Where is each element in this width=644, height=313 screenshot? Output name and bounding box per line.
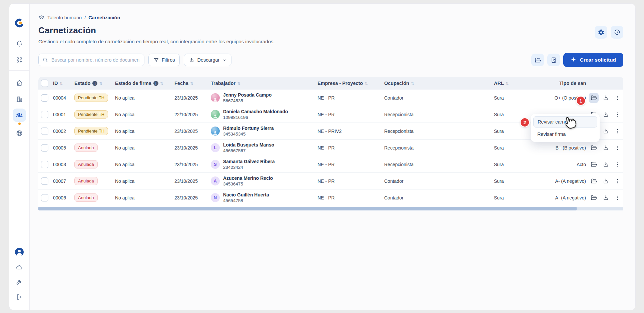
worker-name[interactable]: Rómulo Fortuny Sierra: [223, 126, 274, 131]
row-folder-button[interactable]: [589, 93, 599, 103]
avatar: [211, 93, 220, 102]
history-button[interactable]: [611, 26, 623, 39]
status-badge: Anulada: [74, 144, 98, 152]
scrollbar-thumb[interactable]: [38, 207, 577, 210]
cell-firma: No aplica: [115, 129, 174, 134]
row-menu-button[interactable]: [613, 176, 623, 186]
cell-ocupacion: Recepcionista: [384, 162, 494, 167]
worker-name[interactable]: Samanta Gálvez Ribera: [223, 159, 275, 164]
cell-id: 00002: [53, 129, 74, 134]
row-download-button[interactable]: [601, 193, 611, 203]
row-download-button[interactable]: [601, 126, 611, 136]
info-icon[interactable]: [92, 81, 97, 86]
row-checkbox[interactable]: [41, 194, 48, 201]
globe-icon[interactable]: [16, 130, 23, 137]
breadcrumb-current[interactable]: Carnetización: [88, 15, 120, 20]
row-folder-button[interactable]: [589, 159, 599, 169]
row-checkbox[interactable]: [41, 177, 48, 185]
cell-ocupacion: Recepcionista: [384, 112, 494, 117]
row-folder-button[interactable]: [589, 193, 599, 203]
sort-icon[interactable]: [365, 81, 368, 86]
apps-plus-icon[interactable]: [16, 56, 23, 64]
avatar: N: [211, 193, 220, 202]
sort-icon[interactable]: [160, 81, 163, 86]
notifications-bell-icon[interactable]: [16, 40, 23, 47]
row-menu-button[interactable]: [613, 143, 623, 153]
app-logo[interactable]: [15, 18, 24, 28]
table-row[interactable]: 00003AnuladaNo aplica23/10/2025SSamanta …: [38, 156, 623, 172]
sort-icon[interactable]: [190, 81, 193, 86]
select-all-checkbox[interactable]: [41, 80, 48, 87]
table-row[interactable]: 00006AnuladaNo aplica23/10/2025NNacio Gu…: [38, 189, 623, 206]
worker-name[interactable]: Jenny Posada Campo: [223, 92, 272, 98]
cell-arl: Sura: [494, 145, 552, 151]
sidebar-item-talento-humano[interactable]: [13, 109, 26, 122]
worker-name[interactable]: Azucena Merino Recio: [223, 175, 273, 181]
create-request-button[interactable]: Crear solicitud: [563, 53, 623, 67]
requests-table: ID Estado Estado de firma Fecha Trabajad…: [38, 77, 623, 210]
page-title: Carnetización: [38, 25, 275, 36]
worker-name[interactable]: Daniela Camacho Maldonado: [223, 109, 288, 115]
row-menu-button[interactable]: [613, 126, 623, 136]
cell-id: 00003: [53, 162, 74, 167]
logout-icon[interactable]: [16, 293, 23, 301]
worker-name[interactable]: Loida Busquets Manso: [223, 142, 274, 148]
cell-firma: No aplica: [115, 195, 174, 200]
user-avatar[interactable]: [15, 247, 24, 257]
building-icon[interactable]: [16, 96, 23, 103]
table-row[interactable]: 00004Pendiente THNo aplica23/10/2025Jenn…: [38, 90, 623, 106]
row-menu-button[interactable]: [613, 159, 623, 169]
status-badge: Anulada: [74, 160, 98, 168]
avatar: [211, 127, 220, 136]
sort-icon[interactable]: [411, 81, 414, 86]
row-menu-button[interactable]: [613, 93, 623, 103]
worker-document: 456567567: [223, 148, 274, 154]
table-row[interactable]: 00007AnuladaNo aplica23/10/2025AAzucena …: [38, 172, 623, 189]
row-folder-button[interactable]: [589, 143, 599, 153]
download-button[interactable]: Descargar: [184, 54, 231, 66]
cell-tipo-sangre: A- (A negativo): [552, 178, 586, 184]
wrench-icon[interactable]: [16, 278, 23, 286]
row-download-button[interactable]: [601, 93, 611, 103]
row-download-button[interactable]: [601, 110, 611, 120]
row-download-button[interactable]: [601, 176, 611, 186]
row-download-button[interactable]: [601, 143, 611, 153]
settings-button[interactable]: [595, 26, 607, 39]
home-icon[interactable]: [16, 79, 23, 87]
status-badge: Pendiente TH: [74, 94, 108, 102]
worker-name[interactable]: Nacio Guillén Huerta: [223, 192, 269, 198]
status-badge: Pendiente TH: [74, 127, 108, 135]
cloud-icon[interactable]: [16, 264, 23, 271]
row-checkbox[interactable]: [41, 144, 48, 152]
avatar: S: [211, 160, 220, 169]
cell-ocupacion: Contador: [384, 195, 494, 200]
cell-fecha: 22/10/2025: [174, 112, 211, 117]
status-badge: Anulada: [74, 177, 98, 185]
row-checkbox[interactable]: [41, 94, 48, 102]
carnet-gallery-button[interactable]: [547, 54, 560, 66]
row-checkbox[interactable]: [41, 111, 48, 118]
row-folder-button[interactable]: [589, 176, 599, 186]
breadcrumb-section[interactable]: Talento humano: [47, 15, 82, 20]
worker-document: 23423424: [223, 164, 275, 170]
sort-icon[interactable]: [506, 81, 509, 86]
cell-empresa: NE - PR: [317, 112, 384, 117]
info-icon[interactable]: [153, 81, 158, 86]
row-checkbox[interactable]: [41, 128, 48, 135]
row-menu-button[interactable]: [613, 193, 623, 203]
people-icon: [16, 112, 23, 119]
row-download-button[interactable]: [601, 159, 611, 169]
filters-button[interactable]: Filtros: [148, 54, 180, 66]
breadcrumb-separator: /: [84, 15, 86, 20]
cell-empresa: NE - PR: [317, 95, 384, 101]
search-input[interactable]: [38, 54, 144, 66]
plus-icon: [571, 57, 576, 64]
row-menu-button[interactable]: [613, 110, 623, 120]
sort-icon[interactable]: [237, 81, 240, 86]
open-folder-button[interactable]: [531, 54, 544, 66]
sort-icon[interactable]: [99, 81, 102, 86]
row-checkbox[interactable]: [41, 161, 48, 168]
folder-icon: [534, 57, 541, 64]
cell-fecha: 23/10/2025: [174, 129, 211, 134]
sort-icon[interactable]: [60, 81, 63, 86]
